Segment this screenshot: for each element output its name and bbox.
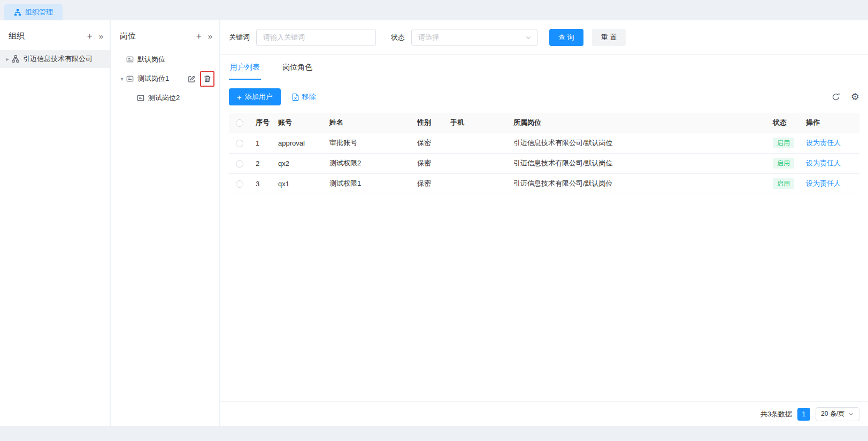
position-item-test2[interactable]: 测试岗位2 bbox=[111, 88, 219, 108]
table-header-row: 序号 账号 姓名 性别 手机 所属岗位 状态 操作 bbox=[229, 113, 859, 133]
table-row: 2 qx2 测试权限2 保密 引迈信息技术有限公司/默认岗位 启用 设为责任人 bbox=[229, 153, 859, 173]
add-organization-button[interactable]: + bbox=[87, 32, 93, 41]
position-panel: 岗位 + » 默认岗位 ▾ 测试岗位1 bbox=[111, 20, 219, 426]
collapse-org-panel-button[interactable]: » bbox=[99, 32, 103, 40]
page-number-button[interactable]: 1 bbox=[797, 408, 810, 421]
position-card-icon bbox=[126, 56, 134, 63]
status-badge: 启用 bbox=[773, 178, 794, 189]
organization-panel-title: 组织 bbox=[9, 31, 81, 41]
position-panel-header: 岗位 + » bbox=[111, 20, 219, 50]
main-panel: 关键词 状态 请选择 查 询 重 置 用户列表 岗位角色 + 添加用户 bbox=[220, 20, 868, 426]
status-select-placeholder: 请选择 bbox=[418, 33, 525, 42]
keyword-label: 关键词 bbox=[229, 33, 250, 42]
status-badge: 启用 bbox=[773, 138, 794, 148]
chevron-down-icon bbox=[525, 34, 532, 41]
keyword-input[interactable] bbox=[256, 29, 376, 46]
page-size-select[interactable]: 20 条/页 bbox=[816, 407, 859, 421]
select-all-checkbox[interactable] bbox=[236, 119, 243, 127]
chevron-down-icon bbox=[848, 411, 854, 417]
cell-position: 引迈信息技术有限公司/默认岗位 bbox=[508, 173, 767, 194]
row-checkbox[interactable] bbox=[236, 160, 243, 168]
header-phone: 手机 bbox=[445, 113, 508, 133]
pagination-bar: 共3条数据 1 20 条/页 bbox=[220, 401, 868, 426]
header-index: 序号 bbox=[250, 113, 273, 133]
add-position-button[interactable]: + bbox=[196, 32, 202, 41]
cell-name: 测试权限1 bbox=[324, 173, 412, 194]
position-item-actions bbox=[188, 75, 214, 83]
cell-index: 2 bbox=[250, 153, 273, 173]
add-user-label: 添加用户 bbox=[245, 92, 273, 102]
remove-button[interactable]: 移除 bbox=[291, 92, 316, 102]
position-panel-title: 岗位 bbox=[120, 31, 190, 41]
header-account: 账号 bbox=[273, 113, 324, 133]
plus-icon: + bbox=[237, 93, 242, 101]
cell-index: 3 bbox=[250, 173, 273, 194]
cell-gender: 保密 bbox=[412, 173, 445, 194]
header-gender: 性别 bbox=[412, 113, 445, 133]
user-table: 序号 账号 姓名 性别 手机 所属岗位 状态 操作 1 approval 审批账… bbox=[229, 113, 859, 194]
organization-panel: 组织 + » ▸ 引迈信息技术有限公司 bbox=[0, 20, 110, 426]
org-chart-icon bbox=[14, 9, 21, 16]
cell-position: 引迈信息技术有限公司/默认岗位 bbox=[508, 133, 767, 153]
set-owner-link[interactable]: 设为责任人 bbox=[806, 139, 841, 147]
tab-position-role[interactable]: 岗位角色 bbox=[281, 55, 313, 80]
position-card-icon bbox=[126, 75, 134, 82]
header-name: 姓名 bbox=[324, 113, 412, 133]
table-toolbar: + 添加用户 移除 ⚙ bbox=[220, 80, 868, 105]
caret-right-icon: ▸ bbox=[3, 56, 12, 63]
cell-gender: 保密 bbox=[412, 133, 445, 153]
cell-phone bbox=[445, 153, 508, 173]
remove-label: 移除 bbox=[302, 92, 316, 102]
bottom-strip bbox=[0, 426, 868, 441]
filter-bar: 关键词 状态 请选择 查 询 重 置 bbox=[220, 20, 868, 55]
set-owner-link[interactable]: 设为责任人 bbox=[806, 179, 841, 187]
top-tab-bar: 组织管理 bbox=[0, 0, 868, 20]
caret-down-icon: ▾ bbox=[118, 75, 126, 82]
delete-icon[interactable] bbox=[203, 75, 211, 83]
main-tabs: 用户列表 岗位角色 bbox=[220, 55, 868, 80]
set-owner-link[interactable]: 设为责任人 bbox=[806, 159, 841, 167]
position-item-default[interactable]: 默认岗位 bbox=[111, 50, 219, 69]
edit-icon[interactable] bbox=[188, 75, 196, 83]
cell-phone bbox=[445, 173, 508, 194]
company-icon bbox=[12, 55, 19, 63]
cell-name: 审批账号 bbox=[324, 133, 412, 153]
header-action: 操作 bbox=[801, 113, 859, 133]
position-item-test1[interactable]: ▾ 测试岗位1 bbox=[111, 69, 219, 88]
status-badge: 启用 bbox=[773, 158, 794, 169]
toolbar-right: ⚙ bbox=[832, 92, 859, 102]
cell-index: 1 bbox=[250, 133, 273, 153]
position-card-icon bbox=[137, 94, 144, 102]
status-label: 状态 bbox=[391, 33, 405, 42]
org-tree-item-label: 引迈信息技术有限公司 bbox=[23, 54, 93, 64]
row-checkbox[interactable] bbox=[236, 180, 243, 188]
page-size-label: 20 条/页 bbox=[821, 409, 844, 419]
settings-gear-icon[interactable]: ⚙ bbox=[851, 92, 859, 102]
cell-account: qx1 bbox=[273, 173, 324, 194]
row-checkbox[interactable] bbox=[236, 140, 243, 147]
cell-gender: 保密 bbox=[412, 153, 445, 173]
cell-phone bbox=[445, 133, 508, 153]
reset-button[interactable]: 重 置 bbox=[592, 29, 626, 46]
add-user-button[interactable]: + 添加用户 bbox=[229, 88, 281, 105]
table-row: 1 approval 审批账号 保密 引迈信息技术有限公司/默认岗位 启用 设为… bbox=[229, 133, 859, 153]
cell-position: 引迈信息技术有限公司/默认岗位 bbox=[508, 153, 767, 173]
tab-user-list[interactable]: 用户列表 bbox=[229, 55, 261, 80]
tab-label: 组织管理 bbox=[25, 7, 53, 17]
remove-doc-icon bbox=[291, 93, 299, 101]
cell-name: 测试权限2 bbox=[324, 153, 412, 173]
organization-panel-header: 组织 + » bbox=[0, 20, 110, 50]
refresh-icon[interactable] bbox=[832, 93, 840, 101]
position-item-label: 默认岗位 bbox=[137, 55, 165, 64]
org-tree-item-company[interactable]: ▸ 引迈信息技术有限公司 bbox=[0, 50, 110, 68]
tab-org-management[interactable]: 组织管理 bbox=[4, 4, 63, 20]
status-select[interactable]: 请选择 bbox=[411, 29, 537, 46]
annotation-highlight-box bbox=[200, 71, 214, 87]
header-position: 所属岗位 bbox=[508, 113, 767, 133]
header-status: 状态 bbox=[767, 113, 801, 133]
search-button[interactable]: 查 询 bbox=[549, 29, 583, 46]
table-row: 3 qx1 测试权限1 保密 引迈信息技术有限公司/默认岗位 启用 设为责任人 bbox=[229, 173, 859, 194]
position-item-label: 测试岗位2 bbox=[148, 93, 180, 103]
collapse-position-panel-button[interactable]: » bbox=[208, 32, 212, 40]
cell-account: approval bbox=[273, 133, 324, 153]
